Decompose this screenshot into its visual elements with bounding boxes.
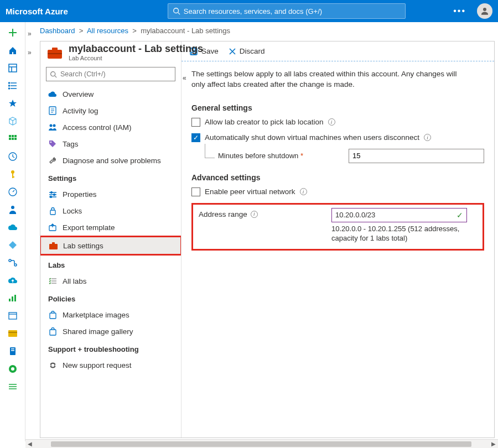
dashboard-icon[interactable]: [8, 63, 18, 73]
lines-icon[interactable]: [8, 382, 18, 392]
flow-icon[interactable]: [8, 258, 18, 268]
info-icon[interactable]: i: [251, 211, 258, 218]
global-search[interactable]: Search resources, services, and docs (G+…: [168, 3, 406, 19]
breadcrumb: Dashboard > All resources > mylabaccount…: [25, 22, 498, 39]
menu-export-template[interactable]: Export template: [40, 219, 181, 236]
diamond-icon[interactable]: [8, 240, 18, 250]
wrench-icon: [48, 156, 57, 165]
menu-properties[interactable]: Properties: [40, 186, 181, 202]
enable-peer-checkbox[interactable]: [191, 187, 200, 196]
cloud-cog-icon[interactable]: [8, 222, 18, 232]
horizontal-scrollbar[interactable]: ◀ ▶: [25, 439, 498, 448]
menu-marketplace-images[interactable]: Marketplace images: [40, 306, 181, 323]
svg-rect-48: [50, 313, 56, 319]
clock-icon[interactable]: [8, 152, 18, 162]
scroll-right-icon[interactable]: ▶: [489, 441, 498, 447]
list-check-icon: [48, 277, 57, 285]
scroll-thumb[interactable]: [51, 441, 471, 447]
bag-icon: [48, 327, 57, 336]
blade: Search (Ctrl+/) « Overview Activity log …: [40, 41, 495, 438]
address-range-input[interactable]: 10.20.0.0/23 ✓: [331, 208, 467, 222]
breadcrumb-all-resources[interactable]: All resources: [87, 27, 128, 35]
bars-icon[interactable]: [8, 293, 18, 303]
svg-rect-44: [50, 210, 55, 215]
info-icon[interactable]: i: [300, 188, 307, 195]
person-icon[interactable]: [8, 205, 18, 215]
discard-button[interactable]: Discard: [229, 47, 265, 55]
group-settings: Settings: [40, 169, 181, 186]
svg-point-6: [8, 88, 9, 89]
briefcase-icon: [49, 241, 58, 250]
key-icon[interactable]: [8, 169, 18, 179]
chevron-right-icon[interactable]: »: [28, 49, 32, 56]
menu-activity-log[interactable]: Activity log: [40, 102, 181, 119]
svg-rect-33: [52, 48, 58, 50]
svg-rect-34: [48, 53, 62, 54]
menu-overview[interactable]: Overview: [40, 86, 181, 102]
star-icon[interactable]: [8, 98, 18, 108]
menu-tags[interactable]: Tags: [40, 136, 181, 152]
svg-rect-16: [12, 176, 14, 178]
scroll-left-icon[interactable]: ◀: [25, 441, 34, 447]
form: The settings below apply to all labs cre…: [181, 61, 494, 258]
svg-rect-26: [8, 332, 17, 333]
info-icon[interactable]: i: [328, 118, 335, 126]
grid-icon[interactable]: [8, 134, 18, 144]
collapse-menu-icon[interactable]: «: [183, 74, 186, 82]
server-icon[interactable]: [8, 346, 18, 356]
minutes-input[interactable]: [349, 149, 484, 163]
resource-menu: Search (Ctrl+/) « Overview Activity log …: [40, 41, 181, 437]
gauge-icon[interactable]: [8, 187, 18, 197]
menu-all-labs[interactable]: All labs: [40, 273, 181, 289]
svg-rect-24: [9, 312, 17, 319]
highlight-address-range: Address range i 10.20.0.0/23 ✓ 10.20.0.0…: [191, 203, 484, 251]
close-icon: [229, 48, 236, 55]
svg-rect-22: [12, 296, 13, 301]
chevron-right-icon[interactable]: »: [28, 30, 32, 38]
menu-search[interactable]: Search (Ctrl+/): [46, 67, 175, 81]
group-policies: Policies: [40, 289, 181, 306]
breadcrumb-current: mylabaccount - Lab settings: [141, 27, 230, 35]
breadcrumb-dashboard[interactable]: Dashboard: [40, 27, 75, 35]
svg-point-38: [50, 124, 53, 127]
enable-peer-label: Enable peer virtual network: [205, 187, 295, 196]
svg-rect-28: [11, 348, 14, 350]
home-icon[interactable]: [8, 45, 18, 55]
svg-rect-47: [52, 242, 55, 244]
svg-rect-25: [8, 330, 17, 337]
svg-point-42: [53, 194, 55, 195]
card-icon[interactable]: [8, 329, 18, 338]
svg-rect-23: [14, 295, 16, 301]
svg-rect-7: [9, 135, 11, 137]
svg-rect-29: [11, 350, 14, 351]
menu-access-control[interactable]: Access control (IAM): [40, 119, 181, 136]
nav-rail: » »: [0, 22, 25, 441]
content: Save Discard The settings below apply to…: [181, 41, 494, 437]
menu-new-support-request[interactable]: New support request: [40, 357, 181, 373]
list-icon[interactable]: [8, 81, 18, 91]
avatar[interactable]: [477, 3, 492, 19]
cube-icon[interactable]: [8, 116, 18, 126]
auto-shutdown-checkbox[interactable]: [191, 133, 200, 142]
export-icon: [48, 223, 57, 232]
allow-pick-checkbox[interactable]: [191, 118, 200, 127]
menu-locks[interactable]: Locks: [40, 202, 181, 219]
bag-icon: [48, 310, 57, 319]
cloud-icon: [48, 90, 57, 98]
svg-rect-46: [49, 244, 58, 249]
svg-point-18: [11, 206, 14, 209]
add-icon[interactable]: [8, 28, 18, 38]
command-bar: Save Discard: [181, 41, 494, 61]
menu-diagnose[interactable]: Diagnose and solve problems: [40, 152, 181, 169]
menu-lab-settings[interactable]: Lab settings: [41, 237, 180, 254]
cloud-up-icon[interactable]: [8, 275, 18, 285]
support-icon: [48, 361, 57, 369]
advanced-heading: Advanced settings: [191, 173, 484, 182]
circle-icon[interactable]: [8, 364, 18, 374]
info-icon[interactable]: i: [424, 134, 431, 141]
search-icon: [173, 7, 180, 15]
more-icon[interactable]: •••: [453, 6, 466, 16]
window-icon[interactable]: [8, 311, 18, 321]
menu-shared-image-gallery[interactable]: Shared image gallery: [40, 323, 181, 340]
top-bar: Microsoft Azure Search resources, servic…: [0, 0, 498, 22]
